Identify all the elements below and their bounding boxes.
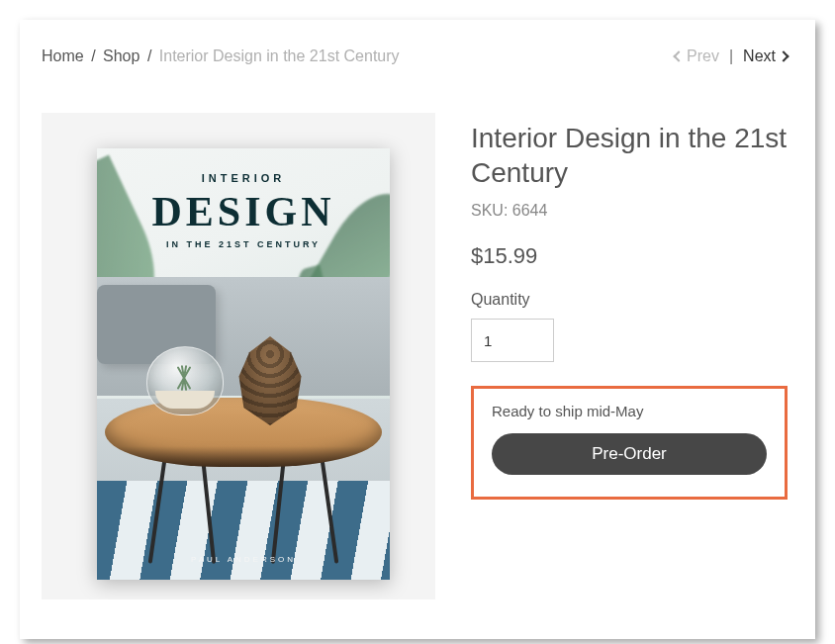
chevron-right-icon (778, 50, 789, 61)
chevron-left-icon (673, 50, 684, 61)
preorder-callout: Ready to ship mid-May Pre-Order (471, 386, 788, 500)
breadcrumb-shop[interactable]: Shop (103, 47, 139, 64)
prev-link: Prev (675, 47, 719, 65)
prev-label: Prev (687, 47, 719, 65)
book-cover: INTERIOR DESIGN IN THE 21ST CENTURY PAUL… (97, 148, 390, 580)
content-row: INTERIOR DESIGN IN THE 21ST CENTURY PAUL… (42, 113, 788, 599)
quantity-input[interactable] (471, 319, 554, 362)
next-link[interactable]: Next (743, 47, 788, 65)
quantity-label: Quantity (471, 291, 788, 309)
next-label: Next (743, 47, 776, 65)
cover-subtitle: IN THE 21ST CENTURY (97, 239, 390, 249)
product-title: Interior Design in the 21st Century (471, 121, 788, 190)
ship-text: Ready to ship mid-May (492, 403, 767, 419)
product-image[interactable]: INTERIOR DESIGN IN THE 21ST CENTURY PAUL… (42, 113, 435, 599)
breadcrumb-current: Interior Design in the 21st Century (159, 47, 400, 64)
preorder-button[interactable]: Pre-Order (492, 433, 767, 475)
breadcrumb-sep: / (147, 47, 151, 64)
cover-title: DESIGN (97, 188, 390, 235)
cover-title-block: INTERIOR DESIGN IN THE 21ST CENTURY (97, 172, 390, 249)
prev-next-nav: Prev | Next (675, 47, 788, 65)
breadcrumb-home[interactable]: Home (42, 47, 84, 64)
cover-pretitle: INTERIOR (97, 172, 390, 184)
product-page: Home / Shop / Interior Design in the 21s… (20, 20, 815, 639)
breadcrumb: Home / Shop / Interior Design in the 21s… (42, 47, 400, 65)
product-details: Interior Design in the 21st Century SKU:… (471, 113, 788, 500)
nav-divider: | (729, 47, 733, 65)
breadcrumb-sep: / (91, 47, 95, 64)
product-sku: SKU: 6644 (471, 202, 788, 220)
product-price: $15.99 (471, 243, 788, 269)
cover-author: PAUL ANDERSON (97, 555, 390, 564)
top-row: Home / Shop / Interior Design in the 21s… (42, 47, 788, 65)
